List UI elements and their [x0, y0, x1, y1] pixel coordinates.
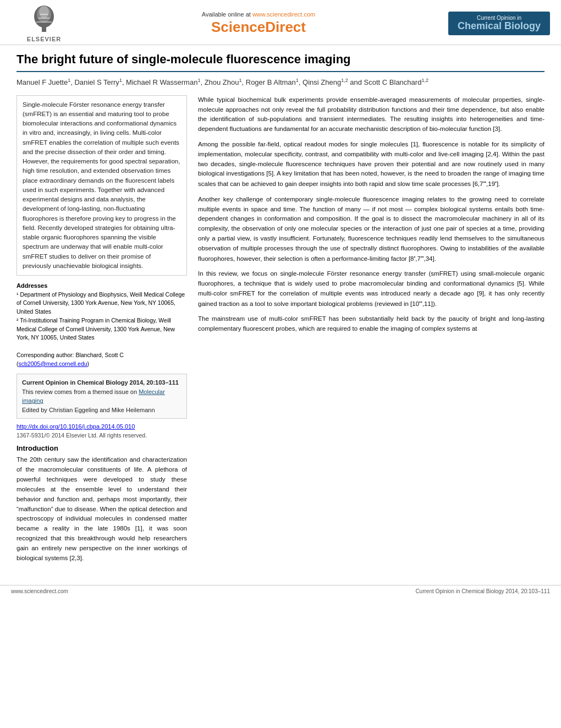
doi-link-container: http://dx.doi.org/10.1016/j.cbpa.2014.05… — [16, 423, 187, 430]
right-para-2: Among the possible far-field, optical re… — [198, 140, 544, 189]
elsevier-label: ELSEVIER — [27, 36, 61, 42]
two-column-layout: Single-molecule Förster resonance energy… — [16, 95, 544, 563]
themed-issue-line: This review comes from a themed issue on… — [22, 387, 182, 406]
footer-left: www.sciencedirect.com — [11, 588, 68, 594]
corresponding-author: Corresponding author: Blanchard, Scott C… — [16, 351, 187, 369]
right-para-5: The mainstream use of multi-color smFRET… — [198, 314, 544, 334]
journal-info-line: Current Opinion in Chemical Biology 2014… — [22, 378, 182, 387]
sciencedirect-logo: ScienceDirect — [77, 19, 440, 36]
introduction-para1: The 20th century saw the identification … — [16, 455, 187, 563]
left-column: Single-molecule Förster resonance energy… — [16, 95, 187, 563]
abstract-box: Single-molecule Förster resonance energy… — [16, 95, 187, 276]
available-online-text: Available online at www.sciencedirect.co… — [77, 11, 440, 18]
right-para-4: In this review, we focus on single-molec… — [198, 269, 544, 309]
publisher-logo: ELSEVIER — [11, 4, 77, 42]
svg-point-3 — [39, 6, 49, 18]
elsevier-tree-icon — [28, 4, 61, 35]
elsevier-logo: ELSEVIER — [11, 4, 77, 42]
journal-badge-line2: Chemical Biology — [454, 21, 544, 32]
main-content: The bright future of single-molecule flu… — [0, 45, 561, 574]
journal-badge: Current Opinion in Chemical Biology — [448, 12, 550, 35]
authors: Manuel F Juette1, Daniel S Terry1, Micha… — [16, 76, 544, 89]
journal-badge-container: Current Opinion in Chemical Biology — [440, 12, 550, 35]
addresses-title: Addresses — [16, 281, 187, 291]
footer-right: Current Opinion in Chemical Biology 2014… — [415, 588, 550, 594]
copyright-text: 1367-5931/© 2014 Elsevier Ltd. All right… — [16, 432, 187, 439]
introduction-title: Introduction — [16, 444, 187, 452]
website-link[interactable]: www.sciencedirect.com — [252, 11, 315, 18]
page-header: ELSEVIER Available online at www.science… — [0, 0, 561, 45]
journal-header-center: Available online at www.sciencedirect.co… — [77, 11, 440, 36]
edited-by-line: Edited by Christian Eggeling and Mike He… — [22, 406, 182, 415]
right-para-1: While typical biochemical bulk experimen… — [198, 95, 544, 134]
page-footer: www.sciencedirect.com Current Opinion in… — [0, 585, 561, 597]
article-title: The bright future of single-molecule flu… — [16, 52, 544, 72]
doi-link[interactable]: http://dx.doi.org/10.1016/j.cbpa.2014.05… — [16, 423, 135, 430]
address-2: ² Tri-Institutional Training Program in … — [16, 316, 187, 342]
addresses-section: Addresses ¹ Department of Physiology and… — [16, 281, 187, 368]
right-para-3: Another key challenge of contemporary si… — [198, 195, 544, 264]
address-1: ¹ Department of Physiology and Biophysic… — [16, 291, 187, 316]
email-link[interactable]: scb2005@med.cornell.edu — [19, 360, 87, 367]
right-column: While typical biochemical bulk experimen… — [198, 95, 544, 563]
abstract-text: Single-molecule Förster resonance energy… — [23, 101, 180, 269]
info-box: Current Opinion in Chemical Biology 2014… — [16, 374, 187, 419]
